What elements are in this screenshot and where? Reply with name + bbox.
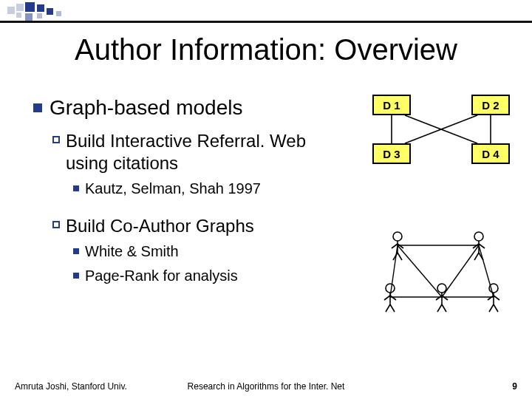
bullet-level3: Kautz, Selman, Shah 1997 — [73, 180, 351, 197]
coauthor-graph-diagram — [368, 225, 516, 335]
bullet-level1: Graph-based models — [33, 96, 351, 120]
l2-text: Build Interactive Referral. Web using ci… — [66, 130, 351, 174]
svg-line-31 — [436, 296, 442, 300]
svg-point-35 — [489, 284, 498, 293]
svg-line-27 — [386, 304, 390, 312]
svg-line-32 — [442, 296, 448, 300]
l1-text: Graph-based models — [50, 96, 242, 120]
bullet-level3: White & Smith — [73, 243, 351, 260]
decorative-squares — [7, 2, 89, 18]
person-icon — [488, 284, 499, 312]
square-bullet-icon — [73, 273, 79, 279]
svg-line-26 — [390, 296, 396, 300]
square-bullet-icon — [33, 103, 42, 112]
svg-point-11 — [393, 232, 402, 241]
page-title: Author Information: Overview — [0, 33, 532, 66]
person-icon — [473, 232, 485, 260]
square-bullet-icon — [73, 248, 79, 254]
bullet-level2: Build Interactive Referral. Web using ci… — [52, 130, 351, 174]
hollow-square-bullet-icon — [52, 221, 60, 228]
footer-center: Research in Algorithms for the Inter. Ne… — [0, 381, 532, 392]
horizontal-rule — [0, 21, 532, 23]
l2-text: Build Co-Author Graphs — [66, 215, 254, 237]
svg-line-25 — [384, 296, 390, 300]
svg-line-13 — [392, 244, 398, 248]
svg-line-8 — [479, 245, 494, 297]
footer: Amruta Joshi, Stanford Univ. Research in… — [0, 377, 532, 392]
l3-text: Page-Rank for analysis — [85, 267, 238, 284]
content-outline: Graph-based models Build Interactive Ref… — [33, 96, 351, 292]
l3-text: White & Smith — [85, 243, 179, 260]
svg-line-6 — [398, 245, 442, 297]
square-bullet-icon — [73, 185, 79, 191]
bullet-level2: Build Co-Author Graphs — [52, 215, 351, 237]
svg-line-28 — [390, 304, 395, 312]
svg-line-7 — [442, 245, 479, 297]
graph-node: D 1 — [372, 95, 411, 115]
svg-line-40 — [494, 304, 498, 312]
graph-node: D 4 — [471, 143, 510, 164]
svg-line-37 — [488, 296, 494, 300]
bullet-level3: Page-Rank for analysis — [73, 267, 351, 284]
node-label: D 4 — [482, 148, 499, 160]
svg-line-16 — [398, 253, 402, 260]
svg-point-29 — [437, 284, 446, 293]
graph-node: D 3 — [372, 143, 411, 164]
citation-graph-diagram: D 1 D 2 D 3 D 4 — [368, 95, 516, 183]
graph-node: D 2 — [471, 95, 510, 115]
node-label: D 2 — [482, 99, 499, 112]
person-icon — [436, 284, 448, 312]
l3-text: Kautz, Selman, Shah 1997 — [85, 180, 261, 197]
person-icon — [392, 232, 403, 260]
slide: Author Information: Overview Graph-based… — [0, 0, 532, 399]
svg-line-34 — [442, 304, 446, 312]
hollow-square-bullet-icon — [52, 136, 60, 143]
svg-line-33 — [437, 304, 442, 312]
node-label: D 1 — [383, 99, 400, 112]
person-icon — [384, 284, 396, 312]
svg-line-21 — [474, 253, 479, 260]
node-label: D 3 — [383, 148, 400, 160]
svg-line-38 — [494, 296, 499, 300]
svg-point-17 — [474, 232, 483, 241]
svg-point-23 — [386, 284, 395, 293]
svg-line-39 — [489, 304, 494, 312]
slide-number: 9 — [512, 381, 517, 392]
